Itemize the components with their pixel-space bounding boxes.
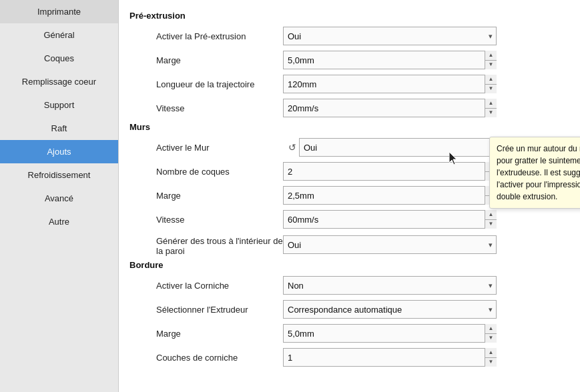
activer-corniche-label: Activer la Corniche — [129, 281, 283, 291]
activer-pre-extrusion-select[interactable]: OuiNon — [283, 27, 497, 45]
generer-trous-label: Générer des trous à l'intérieur de la pa… — [129, 233, 283, 256]
generer-trous-select[interactable]: OuiNon — [283, 235, 497, 254]
longueur-trajectoire-input[interactable] — [283, 75, 497, 93]
vitesse-pre-input[interactable] — [283, 99, 497, 117]
main-content: Pré-extrusionActiver la Pré-extrusionOui… — [119, 0, 580, 392]
marge-bordure-input[interactable] — [283, 324, 497, 343]
sidebar: ImprimanteGénéralCoquesRemplissage coeur… — [0, 0, 119, 392]
longueur-trajectoire-up[interactable]: ▲ — [485, 75, 497, 85]
form-row-longueur-trajectoire: Longueur de la trajectoire▲▼ — [129, 74, 569, 94]
form-row-vitesse-pre: Vitesse▲▼ — [129, 98, 569, 118]
tooltip-wall: Crée un mur autour du modèle pour gratte… — [489, 137, 580, 209]
form-row-activer-corniche: Activer la CornicheOuiNon — [129, 275, 569, 295]
vitesse-murs-up[interactable]: ▲ — [485, 210, 497, 220]
marge-murs-input[interactable] — [283, 186, 497, 205]
marge-bordure-label: Marge — [129, 329, 283, 339]
sidebar-item-imprimante[interactable]: Imprimante — [0, 0, 118, 23]
form-row-vitesse-murs: Vitesse▲▼ — [129, 209, 569, 229]
section-title-1: Murs — [129, 122, 569, 132]
sidebar-item-remplissage[interactable]: Remplissage coeur — [0, 70, 118, 93]
nombre-coques-input[interactable] — [283, 162, 497, 181]
sidebar-item-refroidissement[interactable]: Refroidissement — [0, 163, 118, 187]
vitesse-murs-input[interactable] — [283, 210, 497, 229]
marge-pre-label: Marge — [129, 55, 283, 65]
form-row-selectionner-extrudeur: Sélectionner l'ExtrudeurCorrespondance a… — [129, 299, 569, 319]
sidebar-item-avance[interactable]: Avancé — [0, 187, 118, 210]
activer-mur-reset-icon[interactable]: ↺ — [286, 141, 299, 154]
svg-marker-0 — [449, 152, 457, 165]
marge-bordure-down[interactable]: ▼ — [485, 334, 497, 343]
vitesse-pre-label: Vitesse — [129, 103, 283, 113]
longueur-trajectoire-down[interactable]: ▼ — [485, 85, 497, 94]
sidebar-item-raft[interactable]: Raft — [0, 117, 118, 140]
marge-pre-up[interactable]: ▲ — [485, 51, 497, 61]
couches-corniche-down[interactable]: ▼ — [485, 358, 497, 367]
marge-bordure-up[interactable]: ▲ — [485, 324, 497, 334]
form-row-marge-bordure: Marge▲▼ — [129, 323, 569, 343]
couches-corniche-input[interactable] — [283, 348, 497, 367]
vitesse-pre-down[interactable]: ▼ — [485, 109, 497, 118]
sidebar-item-coques[interactable]: Coques — [0, 47, 118, 70]
marge-pre-down[interactable]: ▼ — [485, 61, 497, 70]
activer-mur-select[interactable]: OuiNon — [299, 138, 513, 157]
sidebar-item-autre[interactable]: Autre — [0, 210, 118, 233]
vitesse-murs-down[interactable]: ▼ — [485, 220, 497, 229]
activer-mur-label: Activer le Mur — [129, 143, 283, 153]
section-title-0: Pré-extrusion — [129, 11, 569, 21]
section-title-2: Bordure — [129, 260, 569, 270]
selectionner-extrudeur-label: Sélectionner l'Extrudeur — [129, 305, 283, 315]
nombre-coques-label: Nombre de coques — [129, 167, 283, 177]
vitesse-murs-label: Vitesse — [129, 215, 283, 225]
activer-pre-extrusion-label: Activer la Pré-extrusion — [129, 31, 283, 41]
couches-corniche-label: Couches de corniche — [129, 353, 283, 363]
section-bordure: BordureActiver la CornicheOuiNonSélectio… — [129, 260, 569, 367]
form-row-marge-pre: Marge▲▼ — [129, 50, 569, 70]
form-row-activer-pre-extrusion: Activer la Pré-extrusionOuiNon — [129, 26, 569, 46]
form-row-couches-corniche: Couches de corniche▲▼ — [129, 347, 569, 367]
longueur-trajectoire-label: Longueur de la trajectoire — [129, 79, 283, 89]
form-row-generer-trous: Générer des trous à l'intérieur de la pa… — [129, 233, 569, 256]
sidebar-item-support[interactable]: Support — [0, 93, 118, 117]
marge-pre-input[interactable] — [283, 51, 497, 69]
couches-corniche-up[interactable]: ▲ — [485, 348, 497, 358]
marge-murs-label: Marge — [129, 191, 283, 201]
selectionner-extrudeur-select[interactable]: Correspondance automatique — [283, 300, 497, 319]
activer-corniche-select[interactable]: OuiNon — [283, 276, 497, 295]
sidebar-item-general[interactable]: Général — [0, 23, 118, 47]
vitesse-pre-up[interactable]: ▲ — [485, 99, 497, 109]
cursor-arrow — [449, 152, 457, 164]
section-pre-extrusion: Pré-extrusionActiver la Pré-extrusionOui… — [129, 11, 569, 118]
sidebar-item-ajouts[interactable]: Ajouts — [0, 140, 118, 163]
